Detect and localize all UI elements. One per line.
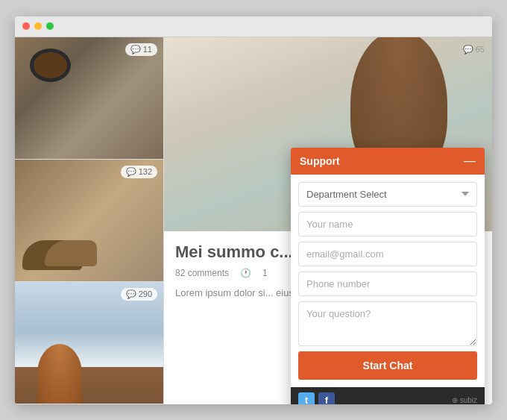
meta-time: 1 — [262, 268, 268, 278]
twitter-icon[interactable]: t — [298, 392, 315, 404]
browser-window: 💬 11 💬 132 💬 290 💬 — [15, 16, 492, 404]
department-select[interactable]: Department Select Sales Support Billing — [298, 182, 477, 207]
widget-minimize-button[interactable]: — — [464, 155, 476, 167]
comment-badge-shoes: 💬 132 — [121, 166, 157, 178]
email-row — [298, 242, 477, 266]
sidebar-images: 💬 11 💬 132 💬 290 — [15, 37, 164, 404]
image-winter: 💬 290 — [15, 282, 163, 404]
meta-comments: 82 comments — [175, 268, 229, 278]
widget-footer: t f ⊕ subiz — [291, 387, 485, 404]
chat-icon: 💬 — [463, 45, 473, 54]
hero-chat-count: 💬 65 — [463, 45, 485, 54]
arrow-indicator — [481, 243, 485, 264]
name-input[interactable] — [298, 212, 477, 236]
social-icons: t f — [298, 392, 335, 404]
content-area: 💬 11 💬 132 💬 290 💬 — [15, 37, 492, 404]
meta-time-icon: 🕐 — [240, 268, 251, 278]
close-dot[interactable] — [22, 22, 30, 30]
comment-badge-winter: 💬 290 — [121, 288, 157, 301]
image-shoes: 💬 132 — [15, 160, 163, 282]
image-coffee: 💬 11 — [15, 37, 163, 160]
support-widget: Support — Department Select Sales Suppor… — [291, 148, 485, 404]
comment-icon: 💬 — [130, 45, 141, 54]
comment-icon-winter: 💬 — [126, 289, 136, 299]
phone-input[interactable] — [298, 272, 477, 296]
browser-bar — [15, 16, 492, 37]
comment-badge-coffee: 💬 11 — [125, 43, 157, 56]
widget-title: Support — [300, 155, 340, 167]
widget-header: Support — — [291, 148, 485, 175]
comment-icon-shoes: 💬 — [126, 167, 136, 177]
email-input[interactable] — [298, 242, 477, 266]
powered-by-text: subiz — [460, 396, 477, 404]
question-textarea[interactable] — [298, 301, 477, 346]
expand-dot[interactable] — [46, 22, 54, 30]
minimize-dot[interactable] — [34, 22, 42, 30]
widget-body: Department Select Sales Support Billing … — [291, 175, 485, 387]
start-chat-button[interactable]: Start Chat — [298, 351, 477, 380]
facebook-icon[interactable]: f — [318, 392, 335, 404]
main-content: 💬 65 Mei summo c... minimum nos... 82 co… — [164, 37, 492, 404]
powered-by: ⊕ subiz — [452, 396, 477, 404]
powered-by-label: ⊕ — [452, 396, 458, 404]
